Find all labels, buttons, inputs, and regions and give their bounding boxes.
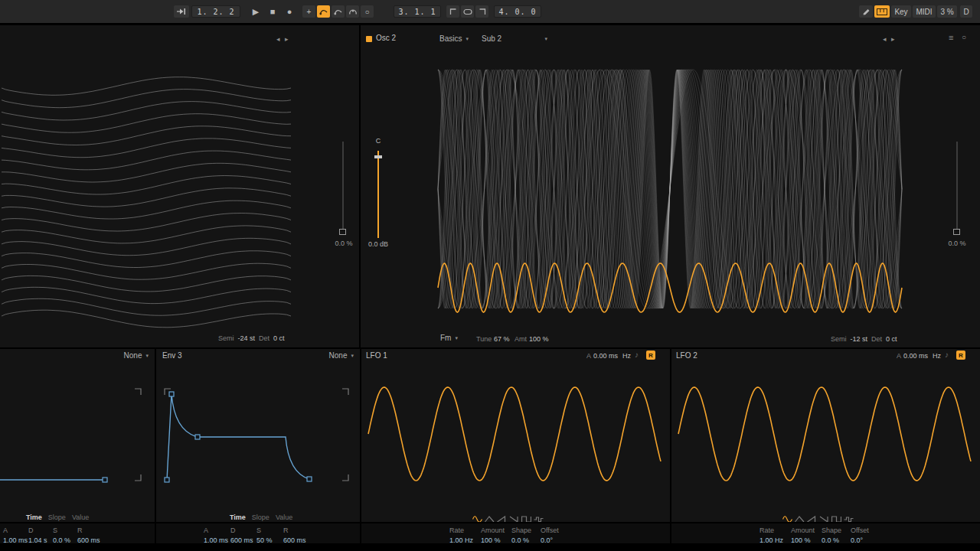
osc1-semi-value[interactable]: -24 st: [238, 334, 256, 342]
menu-icon[interactable]: ≡: [949, 33, 953, 42]
lfo1-sync-note-icon[interactable]: ♪: [635, 350, 639, 359]
osc2-amt-label: Amt: [514, 335, 527, 343]
env3-sustain-param: S 50 %: [256, 527, 286, 544]
env3-title: Env 3: [162, 351, 182, 360]
env3-mod-target-value: None: [329, 351, 348, 360]
env2-mod-target-value: None: [124, 351, 142, 360]
osc2-semi-value[interactable]: -12 st: [851, 335, 868, 343]
plus-icon: +: [307, 8, 312, 16]
lfo1-shape-sine-icon[interactable]: [472, 513, 482, 521]
env3-attack-label: A: [204, 527, 233, 534]
osc2-next-button[interactable]: ▸: [891, 35, 895, 43]
loop-length-display[interactable]: 4. 0. 0: [494, 5, 541, 18]
record-button[interactable]: ●: [283, 4, 296, 19]
session-record-button[interactable]: ○: [361, 5, 374, 18]
lfo2-offset-label: Offset: [851, 527, 880, 534]
lfo1-attack-value[interactable]: 0.00 ms: [593, 352, 618, 360]
lfo2-shape-sine-icon[interactable]: [782, 513, 792, 521]
draw-mode-button[interactable]: [859, 5, 873, 18]
play-icon: ▶: [253, 7, 259, 17]
env3-release-param: R 600 ms: [283, 527, 312, 544]
env3-tabs: Time Slope Value: [230, 514, 292, 521]
lfo1-hz-toggle[interactable]: Hz: [622, 352, 631, 360]
lfo2-offset-param: Offset 0.0°: [851, 527, 880, 544]
osc1-prev-button[interactable]: ◂: [276, 35, 280, 43]
osc1-det-value[interactable]: 0 ct: [273, 334, 285, 342]
lfo1-shape-triangle-icon[interactable]: [485, 513, 495, 521]
bottom-spacer: [0, 543, 155, 551]
lfo2-attack-value[interactable]: 0.00 ms: [903, 352, 928, 360]
osc2-tune-value[interactable]: 67 %: [494, 335, 510, 343]
osc2-mod-mode-dropdown[interactable]: Fm ▾: [440, 334, 458, 342]
expand-view-icon[interactable]: ○: [962, 33, 966, 41]
osc2-prev-button[interactable]: ◂: [883, 35, 887, 43]
record-icon: ●: [287, 7, 292, 16]
punch-out-button[interactable]: [475, 5, 488, 18]
computer-midi-keyboard-button[interactable]: [874, 5, 890, 18]
osc1-next-button[interactable]: ▸: [285, 35, 289, 43]
env2-panel: None ▾ Time Slope Value A 1.00 ms D 1.04…: [0, 349, 155, 551]
osc2-category-value: Basics: [439, 34, 462, 43]
stop-button[interactable]: ■: [266, 4, 279, 19]
lfo2-shape-square-icon[interactable]: [831, 513, 841, 521]
lfo1-shape-param: Shape 0.0 %: [511, 527, 541, 544]
lfo2-shape-random-icon[interactable]: [844, 513, 854, 521]
loop-start-display[interactable]: 3. 1. 1: [394, 5, 441, 18]
osc2-tune-label: Tune: [476, 335, 492, 343]
lfo1-shape-random-icon[interactable]: [534, 513, 544, 521]
osc2-gain-fader[interactable]: [377, 151, 379, 238]
lfo1-rate-param: Rate 1.00 Hz: [449, 527, 479, 544]
osc2-gain-fader-handle[interactable]: [374, 155, 382, 158]
reenable-automation-button[interactable]: [332, 5, 345, 18]
env3-tab-value[interactable]: Value: [276, 514, 292, 521]
punch-in-button[interactable]: [446, 5, 459, 18]
osc2-position-value[interactable]: 0.0 %: [943, 240, 971, 247]
osc2-position-slider-track[interactable]: [956, 142, 958, 229]
osc2-category-dropdown[interactable]: Basics ▾: [439, 34, 469, 43]
osc2-wavetable-value: Sub 2: [482, 34, 501, 43]
env2-tab-value[interactable]: Value: [72, 514, 89, 521]
osc1-position-slider-track[interactable]: [342, 142, 344, 229]
lfo1-title: LFO 1: [366, 351, 387, 360]
lfo2-shape-triangle-icon[interactable]: [795, 513, 805, 521]
env2-tab-time[interactable]: Time: [26, 514, 42, 521]
loop-button[interactable]: [461, 5, 474, 18]
play-button[interactable]: ▶: [249, 4, 263, 19]
env3-tab-time[interactable]: Time: [230, 514, 246, 521]
midi-map-button[interactable]: MIDI: [913, 5, 936, 18]
follow-button[interactable]: [174, 5, 189, 18]
env2-tab-slope[interactable]: Slope: [48, 514, 66, 521]
env3-panel: Env 3 None ▾ Time Slope Value A 1.00 ms …: [156, 349, 360, 551]
lfo2-hz-toggle[interactable]: Hz: [933, 352, 941, 360]
env3-mod-target-dropdown[interactable]: None ▾: [329, 351, 354, 360]
lfo2-shape-saw-down-icon[interactable]: [819, 513, 829, 521]
automation-arm-button[interactable]: [317, 5, 330, 18]
env2-mod-target-dropdown[interactable]: None ▾: [124, 351, 149, 360]
osc2-power-toggle[interactable]: [366, 36, 372, 42]
osc2-amt-value[interactable]: 100 %: [529, 335, 549, 343]
lfo1-shape-saw-up-icon[interactable]: [497, 513, 507, 521]
lfo2-sync-note-icon[interactable]: ♪: [945, 350, 949, 359]
env3-tab-slope[interactable]: Slope: [252, 514, 270, 521]
osc2-gain-value[interactable]: 0.0 dB: [364, 240, 392, 248]
osc2-det-value[interactable]: 0 ct: [886, 335, 897, 343]
lfo1-shape-square-icon[interactable]: [521, 513, 531, 521]
lfo1-offset-param: Offset 0.0°: [541, 527, 570, 544]
osc2-position-slider-handle[interactable]: [953, 229, 960, 235]
lfo2-amount-label: Amount: [791, 527, 820, 534]
lfo1-retrigger-toggle[interactable]: R: [646, 350, 655, 360]
lfo1-shape-saw-down-icon[interactable]: [509, 513, 519, 521]
disk-overload-indicator: D: [960, 5, 972, 18]
arrangement-position-display[interactable]: 1. 2. 2: [191, 5, 240, 18]
osc1-position-slider-handle[interactable]: [339, 229, 346, 235]
env2-tabs: Time Slope Value: [26, 514, 89, 521]
osc1-wavetable-display[interactable]: [0, 25, 359, 347]
lfo2-shape-saw-up-icon[interactable]: [807, 513, 817, 521]
osc1-position-value[interactable]: 0.0 %: [330, 240, 358, 247]
lfo2-retrigger-toggle[interactable]: R: [956, 350, 965, 360]
osc2-wavetable-dropdown[interactable]: Sub 2 ▾: [482, 34, 547, 43]
midi-overdub-button[interactable]: +: [302, 5, 315, 18]
capture-midi-button[interactable]: [346, 5, 359, 18]
key-map-button[interactable]: Key: [891, 5, 911, 18]
osc2-wavetable-display[interactable]: [361, 25, 980, 347]
